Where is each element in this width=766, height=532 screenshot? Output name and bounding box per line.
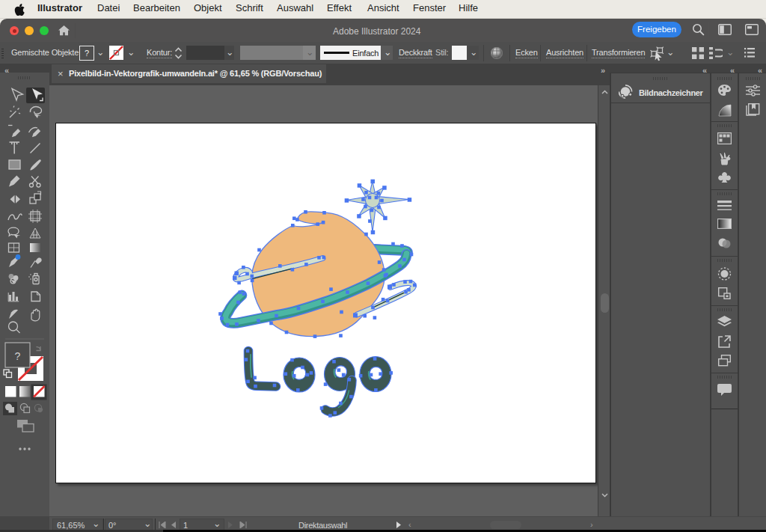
svg-text:?: ?	[15, 350, 21, 362]
